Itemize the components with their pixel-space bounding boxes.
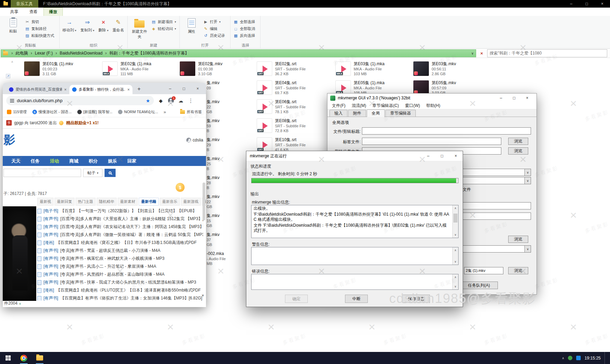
breadcrumb-item[interactable]: 此电脑 bbox=[9, 50, 28, 56]
ribbon-item[interactable]: ⇒ 复制到 ▾ bbox=[80, 19, 94, 33]
gui-tab[interactable]: 全局 bbox=[367, 109, 385, 117]
page-status[interactable]: 件2004 ∨ bbox=[4, 301, 21, 306]
post-row[interactable]: [漫画] 【百度网盘】经典漫画《PLUTO冥王》【日本】浦泽直树著8卷550mb… bbox=[37, 286, 203, 294]
new-folder-button[interactable]: 新建文件夹 bbox=[130, 17, 148, 39]
mkvmerge-titlebar[interactable]: mkvmerge GUI v7.3.0 ('Nouages') 32bit – … bbox=[327, 94, 537, 102]
tray-expand-icon[interactable]: ∧ bbox=[562, 356, 564, 360]
post-category[interactable]: [有声书] bbox=[43, 248, 58, 254]
tray-icon-green[interactable] bbox=[568, 356, 572, 360]
breadcrumb-item[interactable]: Lexar (F:) bbox=[28, 50, 53, 56]
post-row[interactable]: [电子书] 【百度】【一句顶一万句（2022新版）】【刘震云】【已完结】【EPU… bbox=[37, 207, 203, 215]
maximize-button[interactable]: □ bbox=[579, 0, 594, 8]
clock[interactable]: 19:15:25 bbox=[584, 356, 601, 361]
minimize-button[interactable]: – bbox=[494, 96, 508, 100]
ribbon-item[interactable]: □ 全部取消 bbox=[233, 26, 257, 31]
menu-item[interactable]: 帮助(H) bbox=[423, 103, 443, 109]
post-category[interactable]: [有声书] bbox=[43, 224, 58, 230]
scrollbar[interactable] bbox=[203, 131, 205, 255]
post-title[interactable]: 【百度网盘】经典漫画《寶石之國》【日】市川春子13卷1.5GB高清格式PDF bbox=[56, 240, 197, 246]
nav-item[interactable]: 回家 bbox=[122, 158, 141, 164]
profile-icon[interactable]: 1 bbox=[168, 98, 174, 104]
ok-button[interactable]: 确定 bbox=[285, 295, 308, 303]
browse-button[interactable]: 浏览 bbox=[508, 236, 528, 243]
nav-item[interactable]: 天天 bbox=[6, 158, 26, 164]
show-desktop-button[interactable] bbox=[604, 352, 607, 364]
file-tile[interactable]: 第E01集 (1).mkv 01:00:23 3.11 GB bbox=[23, 61, 98, 80]
new-tab-button[interactable]: + bbox=[135, 85, 144, 93]
tab-close-icon[interactable]: × bbox=[127, 87, 130, 92]
ribbon-item[interactable]: → 移动到 ▾ bbox=[62, 19, 76, 33]
post-category[interactable]: [电子书] bbox=[43, 208, 58, 214]
close-button[interactable]: × bbox=[521, 96, 534, 100]
post-title[interactable]: 【百度】【一句顶一万句（2022新版）】【刘震云】【已完结】【EPUB】 bbox=[60, 208, 197, 214]
post-category[interactable]: [漫画] bbox=[43, 287, 54, 293]
file-tile[interactable]: -002.mka - Audio File MB bbox=[207, 250, 226, 269]
search-type-select[interactable]: 帖子▾ bbox=[83, 169, 102, 177]
post-row[interactable]: [有声书] [夸克]有声书 - 梵蓝 - 超级反王俏总裁 - 小刀演播 - M4… bbox=[37, 247, 203, 255]
post-category[interactable]: [有声书] bbox=[43, 232, 58, 238]
post-row[interactable]: [有声书] 【百度网盘】有声书《骆驼的了生活》主播：女加演播 146集【MP3】… bbox=[37, 294, 203, 301]
post-category[interactable]: [有声书] bbox=[43, 279, 58, 285]
cloud-icon[interactable]: ☁ bbox=[178, 98, 184, 104]
browse-button[interactable]: 浏览 bbox=[508, 267, 528, 274]
properties-button[interactable]: 属性 bbox=[183, 17, 200, 34]
search-button[interactable] bbox=[105, 169, 116, 177]
post-category[interactable]: [漫画] bbox=[43, 240, 54, 246]
post-title[interactable]: [夸克]有声书 - 风里残叶 - 超品邪医 - 蓝山咖啡演播 - M4A bbox=[60, 272, 165, 277]
latest-tab[interactable]: 热门主题 bbox=[76, 198, 96, 206]
file-tile[interactable]: 集.mkv 22 GB bbox=[207, 194, 226, 213]
save-log-button[interactable]: 保存日志 bbox=[402, 295, 430, 303]
post-title[interactable]: [百度/夸克]多人有声剧《微微一笑很倾城》著：顾漫 播：云鹤追 50集完 【MP… bbox=[60, 232, 203, 238]
file-tile[interactable]: 集.mkv 59 B bbox=[207, 118, 226, 137]
minimize-button[interactable]: – bbox=[421, 151, 435, 161]
file-tile[interactable]: 第E02集.mkv 01:00:38 3.10 GB bbox=[178, 61, 254, 80]
ribbon-item[interactable]: ✎ 编辑 bbox=[203, 26, 227, 31]
file-tile[interactable]: 集.mkv 09 bbox=[207, 80, 226, 99]
bookmark-item[interactable]: [新提醒] 我等智... bbox=[77, 109, 112, 115]
breadcrumb-item[interactable]: 韩剧：千年之爱【1080高清韩语外挂字幕】 bbox=[102, 50, 189, 56]
post-title[interactable]: [百度/夸克]多人有声剧《大景巡夜人》主播：妖妖分&顾疑 1512集完 【MP3… bbox=[60, 216, 203, 222]
latest-tab[interactable]: 最新回复 bbox=[55, 198, 75, 206]
taskbar-explorer[interactable] bbox=[32, 352, 48, 364]
file-tile[interactable]: 集.mkv 28 B bbox=[207, 175, 226, 194]
stop-search-button[interactable]: × bbox=[479, 51, 485, 56]
post-row[interactable]: [漫画] 【百度网盘】经典漫画《寶石之國》【日】市川春子13卷1.5GB高清格式… bbox=[37, 239, 203, 247]
ribbon-item[interactable]: ▩ 反向选择 bbox=[233, 33, 257, 38]
file-tile[interactable]: 集.mkv 37 GB bbox=[207, 232, 226, 250]
all-bookmarks-button[interactable]: 所有书签 bbox=[180, 109, 202, 115]
post-row[interactable]: [有声书] [百度/夸克]多人有声剧《大景巡夜人》主播：妖妖分&顾疑 1512集… bbox=[37, 215, 203, 223]
browser-tab[interactable]: 多看聚影 - 独行快，众行远... × bbox=[69, 85, 132, 94]
post-title[interactable]: [夸克]有声书 - 扶寒 - 我成了大佬心头的黑月光 - 纸浅瑟漂&柏落演播 -… bbox=[60, 279, 196, 285]
ribbon-item[interactable]: × 删除 ▾ bbox=[98, 19, 108, 33]
ribbon-item[interactable]: ▤ 新建项目 ▾ bbox=[151, 19, 176, 24]
browse-button[interactable]: 浏览 bbox=[508, 138, 528, 145]
file-tile[interactable]: MKA 第E02集 (1).mka MKA - Audio File 111 M… bbox=[101, 61, 176, 80]
extension-icon[interactable]: ◆ bbox=[158, 98, 164, 104]
post-row[interactable]: [有声书] [百度/夸克]多人有声剧《微微一笑很倾城》著：顾漫 播：云鹤追 50… bbox=[37, 231, 203, 239]
post-row[interactable]: [有声书] [夸克]有声书 - 枫落忆痕 - 神武默天决 - 小贱贱演播 - M… bbox=[37, 255, 203, 263]
post-title[interactable]: 【百度网盘】经典漫画《PLUTO冥王》【日本】浦泽直树著8卷550mb格式PDF bbox=[56, 287, 201, 293]
latest-tab[interactable]: 最新音乐 bbox=[160, 198, 180, 206]
output-log[interactable]: 出模块。'F:\BaiduNetdiskDownload\韩剧：千年之爱【108… bbox=[251, 205, 459, 238]
maximize-button[interactable]: □ bbox=[435, 151, 449, 161]
nav-item[interactable]: 活动 bbox=[45, 158, 64, 164]
menu-item[interactable]: 文件(F) bbox=[329, 103, 348, 109]
post-category[interactable]: [有声书] bbox=[43, 264, 58, 269]
forum-search-input[interactable] bbox=[3, 169, 81, 177]
url-text[interactable]: duokan.club/forum.php bbox=[17, 98, 62, 103]
bookmarks-overflow-icon[interactable]: » bbox=[164, 109, 166, 115]
browser-tab[interactable]: 爱情的条件用英语_百度搜索 × bbox=[6, 85, 69, 94]
maximize-button[interactable]: □ bbox=[508, 96, 521, 100]
post-category[interactable]: [有声书] bbox=[43, 216, 58, 222]
taskbar-chrome[interactable] bbox=[16, 352, 32, 364]
file-tile[interactable]: SRT 第E06集.srt SRT - Subtitle File 78.1 K… bbox=[255, 99, 331, 118]
scroll-up-icon[interactable]: ∧ bbox=[11, 60, 13, 63]
close-button[interactable]: × bbox=[191, 86, 205, 91]
ribbon-tab[interactable]: 共享 bbox=[5, 8, 23, 16]
tray-icon-blue[interactable] bbox=[576, 356, 581, 360]
user-account[interactable]: cdslia bbox=[186, 138, 203, 142]
ribbon-item[interactable]: ◈ 轻松访问 ▾ bbox=[151, 26, 176, 31]
ribbon-item[interactable]: ▦ 全部选择 bbox=[233, 19, 257, 24]
gui-tab[interactable]: 章节编辑器 bbox=[385, 110, 416, 117]
scrollbar[interactable]: ∧∨ bbox=[452, 274, 458, 289]
